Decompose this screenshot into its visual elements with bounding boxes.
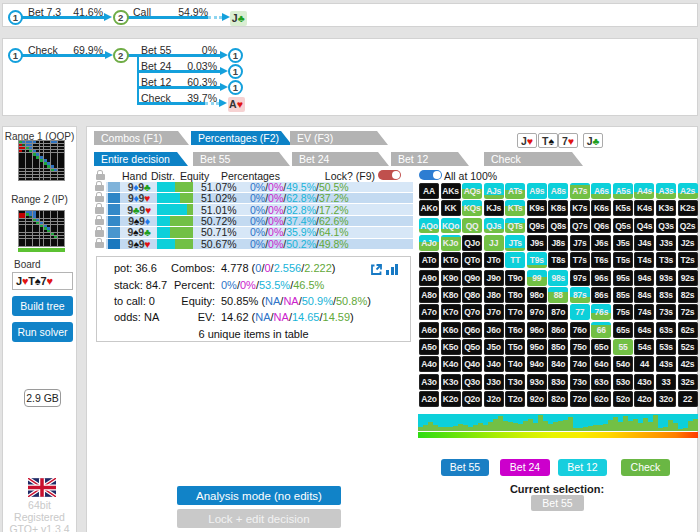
matrix-cell-72o[interactable]: 72o	[570, 391, 590, 407]
matrix-cell-86o[interactable]: 86o	[548, 322, 568, 338]
matrix-cell-88[interactable]: 88	[548, 287, 568, 303]
matrix-cell-42s[interactable]: 42s	[678, 356, 698, 372]
action-button-check[interactable]: Check	[621, 459, 670, 476]
matrix-cell-AA[interactable]: AA	[419, 183, 439, 199]
matrix-cell-87s[interactable]: 87s	[570, 287, 590, 303]
matrix-cell-A8o[interactable]: A8o	[419, 287, 439, 303]
matrix-cell-T3o[interactable]: T3o	[505, 374, 525, 390]
matrix-cell-64s[interactable]: 64s	[634, 322, 654, 338]
matrix-cell-76s[interactable]: 76s	[591, 304, 611, 320]
matrix-cell-T2o[interactable]: T2o	[505, 391, 525, 407]
matrix-cell-94s[interactable]: 94s	[634, 270, 654, 286]
matrix-cell-T5s[interactable]: T5s	[613, 252, 633, 268]
decision-tab-bet-55[interactable]: Bet 55	[193, 152, 290, 166]
matrix-cell-Q6s[interactable]: Q6s	[591, 218, 611, 234]
matrix-cell-Q2o[interactable]: Q2o	[462, 391, 482, 407]
matrix-cell-42o[interactable]: 42o	[634, 391, 654, 407]
matrix-cell-A4s[interactable]: A4s	[634, 183, 654, 199]
matrix-cell-K2o[interactable]: K2o	[441, 391, 461, 407]
matrix-cell-K3s[interactable]: K3s	[656, 200, 676, 216]
matrix-cell-QTs[interactable]: QTs	[505, 218, 525, 234]
matrix-cell-J6o[interactable]: J6o	[484, 322, 504, 338]
matrix-cell-T4s[interactable]: T4s	[634, 252, 654, 268]
matrix-cell-A3o[interactable]: A3o	[419, 374, 439, 390]
matrix-cell-98o[interactable]: 98o	[527, 287, 547, 303]
matrix-cell-53o[interactable]: 53o	[613, 374, 633, 390]
matrix-cell-J7s[interactable]: J7s	[570, 235, 590, 251]
matrix-cell-65s[interactable]: 65s	[613, 322, 633, 338]
matrix-cell-96o[interactable]: 96o	[527, 322, 547, 338]
matrix-cell-AQo[interactable]: AQo	[419, 218, 439, 234]
matrix-cell-Q9s[interactable]: Q9s	[527, 218, 547, 234]
matrix-cell-82o[interactable]: 82o	[548, 391, 568, 407]
matrix-cell-K7o[interactable]: K7o	[441, 304, 461, 320]
tree-node-player1[interactable]: 1	[228, 80, 244, 96]
matrix-cell-85o[interactable]: 85o	[548, 339, 568, 355]
matrix-cell-54o[interactable]: 54o	[613, 356, 633, 372]
decision-tab-bet-12[interactable]: Bet 12	[391, 152, 469, 166]
matrix-cell-86s[interactable]: 86s	[591, 287, 611, 303]
range2-grid[interactable]	[18, 210, 65, 247]
row-lock-icon[interactable]	[95, 242, 104, 249]
action-button-bet-12[interactable]: Bet 12	[558, 459, 607, 476]
matrix-cell-83s[interactable]: 83s	[656, 287, 676, 303]
matrix-cell-K4o[interactable]: K4o	[441, 356, 461, 372]
matrix-cell-52o[interactable]: 52o	[613, 391, 633, 407]
matrix-cell-J3s[interactable]: J3s	[656, 235, 676, 251]
uk-flag-icon[interactable]	[28, 478, 56, 501]
matrix-cell-J8o[interactable]: J8o	[484, 287, 504, 303]
tab-combos-f1-[interactable]: Combos (F1)	[94, 131, 189, 145]
row-lock-icon[interactable]	[95, 230, 104, 237]
matrix-cell-J5s[interactable]: J5s	[613, 235, 633, 251]
matrix-cell-QQ[interactable]: QQ	[462, 218, 482, 234]
matrix-cell-62o[interactable]: 62o	[591, 391, 611, 407]
decision-tab-bet-24[interactable]: Bet 24	[292, 152, 389, 166]
matrix-cell-T8s[interactable]: T8s	[548, 252, 568, 268]
matrix-cell-A7o[interactable]: A7o	[419, 304, 439, 320]
table-row[interactable]: 9♠9♣50.71%0%/0%/35.9%/64.1%	[94, 227, 413, 238]
matrix-cell-J2s[interactable]: J2s	[678, 235, 698, 251]
matrix-cell-J7o[interactable]: J7o	[484, 304, 504, 320]
matrix-cell-A2o[interactable]: A2o	[419, 391, 439, 407]
matrix-cell-Q3o[interactable]: Q3o	[462, 374, 482, 390]
matrix-cell-Q5s[interactable]: Q5s	[613, 218, 633, 234]
matrix-cell-K8o[interactable]: K8o	[441, 287, 461, 303]
analysis-mode-button[interactable]: Analysis mode (no edits)	[177, 486, 341, 505]
matrix-cell-74s[interactable]: 74s	[634, 304, 654, 320]
popout-icon[interactable]	[370, 262, 383, 275]
matrix-cell-92s[interactable]: 92s	[678, 270, 698, 286]
matrix-cell-T9o[interactable]: T9o	[505, 270, 525, 286]
matrix-cell-54s[interactable]: 54s	[634, 339, 654, 355]
matrix-cell-JJ[interactable]: JJ	[484, 235, 504, 251]
matrix-cell-K6o[interactable]: K6o	[441, 322, 461, 338]
row-lock-icon[interactable]	[95, 185, 104, 192]
all-at-100-toggle[interactable]	[419, 170, 442, 181]
matrix-cell-K9s[interactable]: K9s	[527, 200, 547, 216]
matrix-cell-83o[interactable]: 83o	[548, 374, 568, 390]
tree-card-river[interactable]: A♥	[228, 97, 245, 112]
matrix-cell-K3o[interactable]: K3o	[441, 374, 461, 390]
matrix-cell-A9o[interactable]: A9o	[419, 270, 439, 286]
matrix-cell-72s[interactable]: 72s	[678, 304, 698, 320]
matrix-cell-A5s[interactable]: A5s	[613, 183, 633, 199]
matrix-cell-JTo[interactable]: JTo	[484, 252, 504, 268]
matrix-cell-A8s[interactable]: A8s	[548, 183, 568, 199]
matrix-cell-44[interactable]: 44	[634, 356, 654, 372]
matrix-cell-66[interactable]: 66	[591, 322, 611, 338]
tree-node-player1[interactable]: 1	[8, 10, 24, 26]
tree-card-turn[interactable]: J♣	[230, 11, 247, 26]
run-solver-button[interactable]: Run solver	[12, 322, 73, 342]
matrix-cell-Q8o[interactable]: Q8o	[462, 287, 482, 303]
matrix-cell-99[interactable]: 99	[527, 270, 547, 286]
tab-percentages-f2-[interactable]: Percentages (F2)	[191, 131, 292, 145]
matrix-cell-22[interactable]: 22	[678, 391, 698, 407]
matrix-cell-T7s[interactable]: T7s	[570, 252, 590, 268]
matrix-cell-A6o[interactable]: A6o	[419, 322, 439, 338]
matrix-cell-75o[interactable]: 75o	[570, 339, 590, 355]
matrix-cell-Q5o[interactable]: Q5o	[462, 339, 482, 355]
matrix-cell-QJo[interactable]: QJo	[462, 235, 482, 251]
matrix-cell-92o[interactable]: 92o	[527, 391, 547, 407]
matrix-cell-AJs[interactable]: AJs	[484, 183, 504, 199]
matrix-cell-Q4s[interactable]: Q4s	[634, 218, 654, 234]
tree-node-player1[interactable]: 1	[228, 64, 244, 80]
